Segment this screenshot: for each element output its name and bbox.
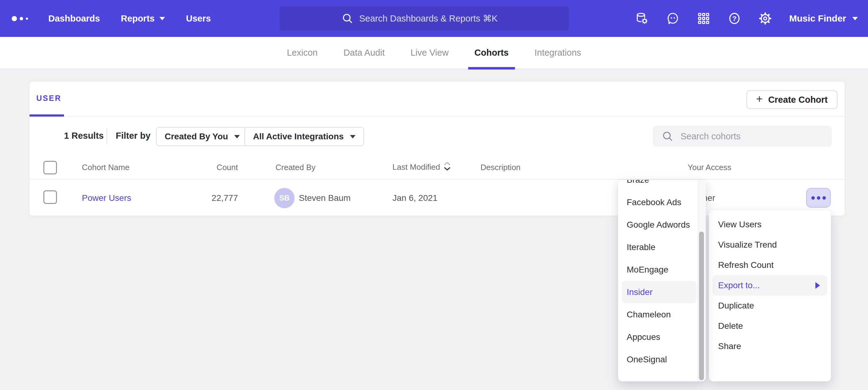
menu-item-facebook-ads[interactable]: Facebook Ads [618, 191, 706, 214]
cohort-search-input[interactable] [681, 131, 816, 141]
search-icon [661, 130, 674, 142]
filter-toolbar: 1 Results Filter by Created By You All A… [30, 117, 845, 156]
header-your-access[interactable]: Your Access [688, 163, 731, 172]
header-count[interactable]: Count [177, 163, 238, 172]
menu-item-visualize-trend[interactable]: Visualize Trend [709, 235, 831, 255]
cohort-count: 22,777 [177, 193, 238, 203]
tab-user-cohorts[interactable]: USER [36, 94, 61, 103]
submenu-arrow-icon [815, 282, 820, 289]
submenu-scrollbar-thumb[interactable] [699, 232, 704, 380]
dot-icon [823, 196, 826, 200]
menu-item-delete[interactable]: Delete [709, 316, 831, 336]
top-right-controls: ? Music Finder [635, 0, 858, 37]
nav-reports-label: Reports [121, 13, 155, 24]
header-created-by[interactable]: Created By [276, 163, 315, 172]
chevron-down-icon [159, 17, 165, 20]
filter-by-label: Filter by [116, 131, 151, 141]
integrations-filter-value: All Active Integrations [253, 132, 344, 141]
nav-dashboards-label: Dashboards [48, 13, 100, 24]
nav-users[interactable]: Users [186, 13, 211, 24]
tab-data-audit-label: Data Audit [343, 48, 385, 58]
mixpanel-dots-logo[interactable] [12, 0, 28, 37]
nav-reports[interactable]: Reports [121, 13, 165, 24]
logo-dot-medium [20, 17, 23, 20]
row-checkbox[interactable] [43, 190, 57, 204]
plus-icon: + [756, 94, 763, 105]
data-management-icon[interactable] [635, 12, 649, 25]
tab-live-view[interactable]: Live View [404, 37, 455, 69]
active-tab-underline [30, 115, 64, 117]
dot-icon [811, 196, 815, 200]
header-description[interactable]: Description [480, 163, 521, 172]
menu-item-appcues[interactable]: Appcues [618, 326, 706, 348]
cohort-type-tabs: USER + Create Cohort [30, 82, 845, 117]
tab-live-view-label: Live View [411, 48, 449, 58]
created-by-filter-value: Created By You [165, 132, 228, 141]
menu-item-onesignal[interactable]: OneSignal [618, 348, 706, 370]
menu-item-view-users[interactable]: View Users [709, 215, 831, 235]
chevron-down-icon [350, 135, 355, 138]
create-cohort-button[interactable]: + Create Cohort [746, 90, 838, 109]
section-nav: Lexicon Data Audit Live View Cohorts Int… [0, 37, 868, 69]
top-nav: Dashboards Reports Users [48, 0, 211, 37]
menu-item-refresh-count[interactable]: Refresh Count [709, 255, 831, 275]
menu-item-moengage[interactable]: MoEngage [618, 258, 706, 281]
integrations-filter-dropdown[interactable]: All Active Integrations [244, 127, 364, 146]
tab-lexicon-label: Lexicon [287, 48, 318, 58]
dot-icon [817, 196, 820, 200]
tab-integrations[interactable]: Integrations [528, 37, 588, 69]
apps-grid-icon[interactable] [697, 12, 710, 25]
chevron-down-icon [234, 135, 240, 138]
cohort-search-box[interactable] [653, 126, 832, 147]
svg-text:?: ? [732, 14, 737, 23]
cohort-name-link[interactable]: Power Users [82, 193, 131, 203]
settings-gear-icon[interactable] [758, 12, 772, 25]
tab-integrations-label: Integrations [535, 48, 582, 58]
menu-item-braze[interactable]: Braze [618, 180, 706, 191]
project-name: Music Finder [789, 13, 846, 24]
header-last-modified[interactable]: Last Modified [393, 161, 451, 174]
row-action-menu: View Users Visualize Trend Refresh Count… [709, 210, 831, 381]
app-root: Dashboards Reports Users [0, 0, 868, 390]
select-all-checkbox[interactable] [43, 161, 57, 174]
create-cohort-label: Create Cohort [768, 95, 828, 105]
menu-item-export-to[interactable]: Export to... [713, 275, 827, 296]
export-integrations-submenu: Braze Facebook Ads Google Adwords Iterab… [618, 180, 706, 381]
logo-dot-small [26, 18, 28, 20]
global-search-input[interactable] [359, 13, 507, 24]
help-icon[interactable]: ? [727, 12, 741, 25]
submenu-scrollbar-track[interactable] [698, 180, 705, 381]
tab-data-audit[interactable]: Data Audit [337, 37, 391, 69]
header-last-modified-label: Last Modified [393, 162, 440, 172]
export-to-label: Export to... [718, 281, 760, 290]
menu-item-chameleon[interactable]: Chameleon [618, 303, 706, 326]
created-by-name: Steven Baum [299, 193, 350, 203]
logo-dot-large [12, 16, 17, 21]
tab-lexicon[interactable]: Lexicon [281, 37, 324, 69]
top-bar: Dashboards Reports Users [0, 0, 868, 37]
avatar: SB [274, 188, 294, 208]
divider [106, 128, 107, 144]
feedback-icon[interactable] [666, 12, 680, 25]
search-icon [341, 12, 354, 25]
menu-item-google-adwords[interactable]: Google Adwords [618, 214, 706, 236]
cohorts-card: USER + Create Cohort 1 Results Filter by… [29, 81, 845, 216]
project-switcher[interactable]: Music Finder [789, 13, 858, 24]
global-search-bar[interactable] [279, 6, 569, 31]
menu-item-insider[interactable]: Insider [622, 281, 696, 303]
header-cohort-name[interactable]: Cohort Name [82, 163, 130, 172]
integration-list: Braze Facebook Ads Google Adwords Iterab… [618, 180, 706, 370]
menu-item-share[interactable]: Share [709, 336, 831, 356]
created-by-filter-dropdown[interactable]: Created By You [156, 127, 248, 146]
sort-icon[interactable] [443, 161, 451, 174]
row-actions-button[interactable] [806, 188, 831, 207]
nav-users-label: Users [186, 13, 211, 24]
tab-cohorts-label: Cohorts [474, 48, 508, 58]
tab-cohorts[interactable]: Cohorts [468, 37, 515, 69]
nav-dashboards[interactable]: Dashboards [48, 13, 100, 24]
menu-item-iterable[interactable]: Iterable [618, 236, 706, 258]
table-header: Cohort Name Count Created By Last Modifi… [30, 156, 845, 180]
chevron-down-icon [852, 17, 858, 20]
menu-item-duplicate[interactable]: Duplicate [709, 296, 831, 316]
results-count: 1 Results [64, 131, 104, 141]
